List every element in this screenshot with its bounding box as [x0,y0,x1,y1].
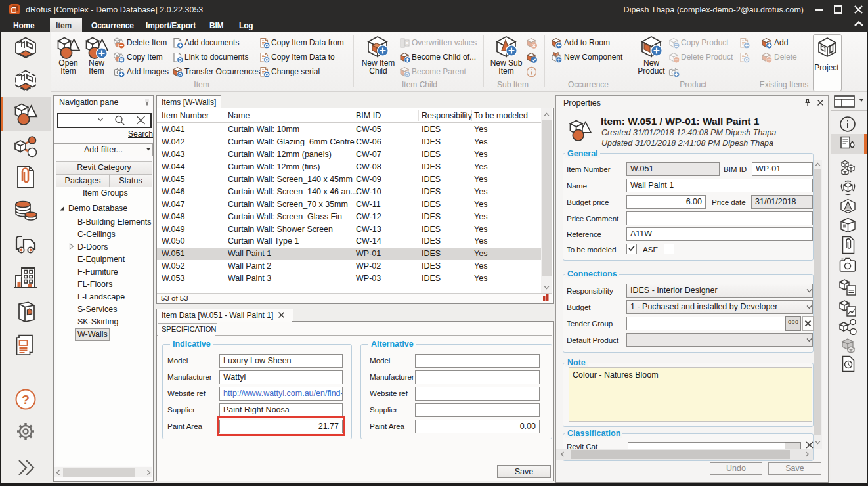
svg-text:?: ? [22,393,30,407]
